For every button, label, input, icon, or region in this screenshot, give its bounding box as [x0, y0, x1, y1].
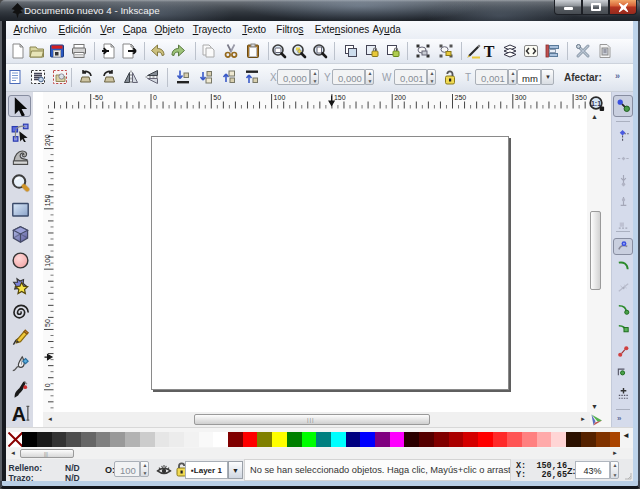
svg-text:150: 150	[44, 195, 51, 207]
svg-text:100: 100	[44, 255, 51, 267]
svg-text:T: T	[484, 43, 495, 59]
svg-text:200: 200	[44, 134, 51, 146]
svg-text:0: 0	[153, 94, 157, 101]
svg-text:200: 200	[394, 94, 406, 101]
svg-text:300: 300	[515, 94, 527, 101]
svg-text:0: 0	[44, 383, 51, 387]
svg-text:-50: -50	[93, 94, 103, 101]
svg-text:50: 50	[213, 94, 221, 101]
svg-text:A: A	[11, 404, 25, 423]
svg-text:350: 350	[575, 94, 587, 101]
svg-text:100: 100	[274, 94, 286, 101]
svg-text:150: 150	[334, 94, 346, 101]
svg-text:50: 50	[44, 319, 51, 327]
svg-text:1:1: 1:1	[591, 100, 601, 107]
svg-text:250: 250	[455, 94, 467, 101]
